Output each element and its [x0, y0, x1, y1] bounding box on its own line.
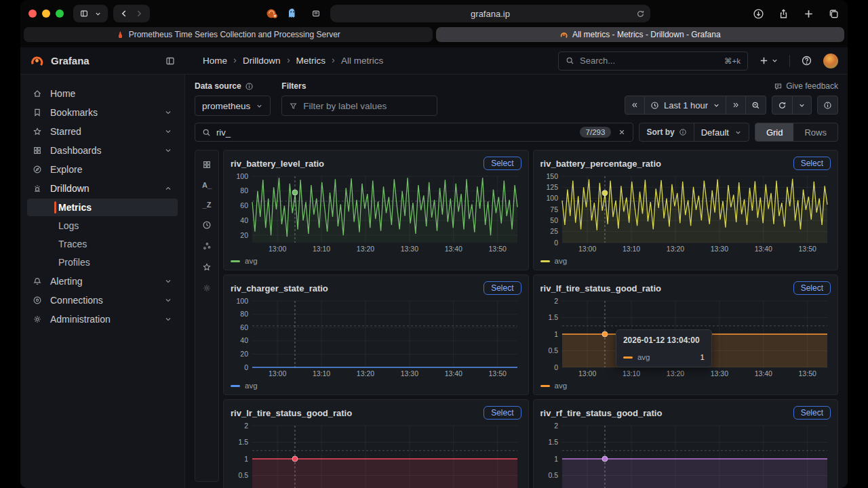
legend-label: avg [245, 257, 258, 265]
gear-icon[interactable] [202, 283, 212, 293]
downloads-icon[interactable] [753, 8, 764, 20]
nav-item-profiles[interactable]: Profiles [27, 253, 178, 271]
legend-label: avg [555, 257, 568, 265]
panel-legend[interactable]: avg [540, 380, 831, 392]
layout-grid-icon[interactable] [202, 160, 212, 169]
nav-item-starred[interactable]: Starred [27, 122, 178, 141]
sort-select[interactable]: Default [694, 123, 749, 141]
chevron-down-icon[interactable] [164, 127, 172, 136]
legend-color-dash [540, 385, 550, 387]
panel-legend[interactable]: avg [540, 255, 831, 267]
reader-icon[interactable] [311, 9, 321, 18]
help-icon[interactable] [801, 55, 812, 66]
time-series-chart[interactable]: 00.511.5213:0013:1013:2013:3013:4013:50 [540, 421, 831, 488]
nav-item-bookmarks[interactable]: Bookmarks [27, 103, 178, 122]
tab-prometheus[interactable]: Prometheus Time Series Collection and Pr… [24, 27, 433, 42]
time-series-chart[interactable]: 00.511.5213:0013:1013:2013:3013:4013:50 … [540, 296, 831, 380]
nav-label: Alerting [50, 276, 82, 287]
info-icon[interactable] [679, 128, 687, 136]
svg-text:60: 60 [240, 201, 248, 209]
time-range-label: Last 1 hour [664, 100, 708, 110]
panel-info-button[interactable] [817, 96, 838, 115]
svg-text:13:20: 13:20 [666, 369, 684, 378]
breadcrumb-metrics[interactable]: Metrics [296, 56, 326, 66]
nav-item-traces[interactable]: Traces [27, 235, 178, 253]
time-series-chart[interactable]: 2040608010013:0013:1013:2013:3013:4013:5… [231, 171, 521, 255]
reload-icon[interactable] [636, 9, 645, 18]
user-avatar[interactable] [823, 54, 838, 68]
time-series-chart[interactable]: 00.511.5213:0013:1013:2013:3013:4013:50 [231, 421, 521, 488]
nav-item-home[interactable]: Home [27, 84, 178, 103]
share-icon[interactable] [778, 8, 789, 20]
url-bar[interactable]: grafana.ip [330, 5, 650, 22]
mega-menu-toggle-icon[interactable] [165, 56, 176, 66]
nav-item-drilldown[interactable]: Drilldown [27, 179, 178, 198]
time-series-chart[interactable]: 025507510012515013:0013:1013:2013:3013:4… [540, 171, 831, 255]
clear-search-button[interactable] [618, 128, 626, 136]
view-rows-button[interactable]: Rows [793, 123, 837, 141]
panel-legend[interactable]: avg [231, 380, 521, 392]
global-search-input[interactable]: Search... ⌘+k [558, 52, 748, 70]
chevron-down-icon[interactable] [164, 296, 172, 304]
nav-label: Logs [58, 220, 79, 231]
new-tab-icon[interactable] [803, 8, 814, 20]
time-shift-forward-button[interactable] [726, 96, 746, 115]
refresh-button[interactable] [772, 96, 793, 115]
breadcrumb-drilldown[interactable]: Drilldown [243, 56, 281, 66]
close-window-button[interactable] [28, 9, 37, 18]
select-button[interactable]: Select [484, 157, 521, 170]
refresh-interval-dropdown[interactable] [793, 96, 812, 115]
select-button[interactable]: Select [484, 406, 521, 420]
give-feedback-link[interactable]: Give feedback [774, 81, 838, 91]
select-button[interactable]: Select [793, 281, 831, 295]
search-shortcut: ⌘+k [724, 56, 741, 66]
metric-search-input[interactable] [216, 127, 574, 138]
nav-item-logs[interactable]: Logs [27, 217, 178, 235]
breadcrumb-home[interactable]: Home [203, 56, 227, 66]
scatter-icon[interactable] [202, 241, 212, 251]
chevron-down-icon[interactable] [164, 315, 172, 323]
forward-icon[interactable] [134, 9, 144, 18]
sort-za-icon[interactable]: _Z [203, 201, 212, 209]
panel-legend[interactable]: avg [231, 255, 521, 267]
extension-icon[interactable] [265, 7, 279, 20]
nav-item-connections[interactable]: Connections [27, 291, 178, 310]
time-series-chart[interactable]: 02040608010013:0013:1013:2013:3013:4013:… [231, 296, 521, 380]
chevron-down-icon [734, 129, 742, 136]
svg-text:13:00: 13:00 [578, 245, 596, 253]
sort-az-icon[interactable]: A_ [202, 181, 212, 189]
select-button[interactable]: Select [793, 157, 831, 170]
zoom-out-time-button[interactable] [746, 96, 766, 115]
datasource-select[interactable]: prometheus [195, 96, 271, 116]
info-icon[interactable] [245, 82, 254, 91]
nav-item-administration[interactable]: Administration [27, 310, 178, 329]
nav-item-metrics[interactable]: Metrics [27, 199, 178, 216]
time-range-picker[interactable]: Last 1 hour [645, 96, 726, 115]
add-new-button[interactable] [759, 56, 778, 66]
tab-overview-icon[interactable] [828, 8, 840, 20]
star-icon[interactable] [202, 262, 212, 272]
ghost-extension-icon[interactable] [285, 7, 299, 20]
chevron-up-icon[interactable] [164, 184, 172, 192]
back-icon[interactable] [119, 9, 129, 18]
select-button[interactable]: Select [793, 406, 831, 420]
chevron-down-icon[interactable] [164, 277, 172, 285]
view-grid-button[interactable]: Grid [755, 123, 794, 141]
select-button[interactable]: Select [484, 281, 521, 295]
clock-icon[interactable] [202, 220, 212, 230]
time-shift-back-button[interactable] [625, 96, 645, 115]
chevron-down-icon[interactable] [164, 108, 172, 117]
zoom-window-button[interactable] [56, 9, 64, 18]
nav-item-alerting[interactable]: Alerting [27, 272, 178, 291]
nav-item-explore[interactable]: Explore [27, 160, 178, 179]
nav-item-dashboards[interactable]: Dashboards [27, 141, 178, 160]
grafana-logo[interactable] [30, 54, 44, 68]
chevron-down-icon[interactable] [164, 146, 172, 155]
sidebar-toggle-group[interactable] [73, 5, 108, 22]
tab-grafana[interactable]: All metrics - Metrics - Drilldown - Graf… [436, 27, 845, 42]
svg-text:2: 2 [554, 297, 558, 305]
label-filter-input[interactable]: Filter by label values [281, 96, 437, 116]
search-icon [566, 56, 574, 65]
minimize-window-button[interactable] [42, 9, 50, 18]
panel-title: riv_charger_state_ratio [231, 283, 328, 293]
